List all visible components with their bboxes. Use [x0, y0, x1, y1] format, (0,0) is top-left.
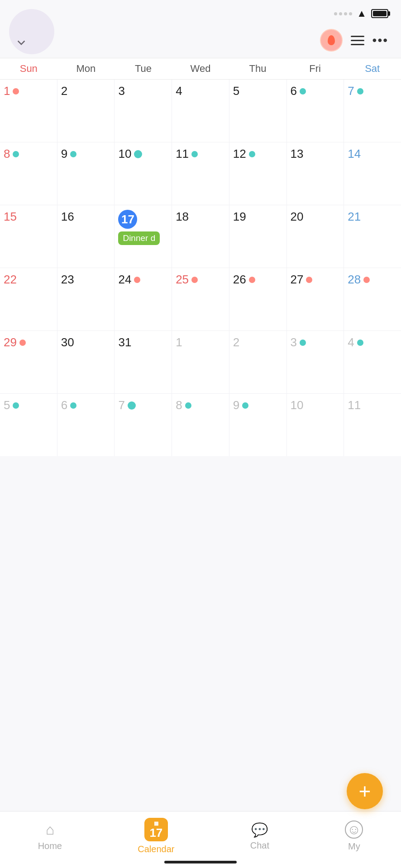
calendar-icon: ▦ 17: [144, 818, 168, 841]
event-dot: [134, 150, 142, 158]
day-number: 5: [4, 398, 53, 412]
day-number: 19: [233, 210, 283, 224]
event-label[interactable]: Dinner d: [118, 231, 160, 245]
plus-icon: +: [359, 781, 371, 802]
calendar-day-9[interactable]: 9: [57, 142, 115, 205]
battery-icon: [371, 9, 388, 18]
calendar-day-other-4[interactable]: 4: [344, 331, 401, 393]
calendar-day-6[interactable]: 6: [287, 80, 344, 142]
calendar-day-other-10[interactable]: 10: [287, 394, 344, 456]
signal-icon: [334, 12, 352, 15]
dow-saturday: Sat: [344, 58, 401, 79]
dow-monday: Mon: [57, 58, 115, 79]
calendar-day-16[interactable]: 16: [57, 205, 115, 268]
calendar-day-other-3[interactable]: 3: [287, 331, 344, 393]
event-dot: [70, 402, 76, 409]
day-number: 3: [118, 84, 168, 98]
day-number: 28: [348, 273, 397, 287]
event-dot: [242, 402, 248, 409]
day-number: 4: [348, 335, 397, 349]
day-of-week-header: Sun Mon Tue Wed Thu Fri Sat: [0, 58, 401, 80]
calendar-day-19[interactable]: 19: [229, 205, 286, 268]
calendar-day-other-2[interactable]: 2: [229, 331, 286, 393]
nav-chat[interactable]: 💬 Chat: [250, 822, 269, 851]
day-number: 6: [61, 398, 111, 412]
calendar-day-other-11[interactable]: 11: [344, 394, 401, 456]
event-dot: [70, 151, 76, 157]
event-dot: [306, 277, 312, 283]
calendar-day-24[interactable]: 24: [115, 268, 172, 330]
day-number: 22: [4, 273, 53, 287]
day-number: 25: [176, 273, 225, 287]
day-number: 4: [176, 84, 225, 98]
calendar-day-15[interactable]: 15: [0, 205, 57, 268]
calendar-day-4[interactable]: 4: [172, 80, 229, 142]
calendar-day-5[interactable]: 5: [229, 80, 286, 142]
calendar-day-other-5[interactable]: 5: [0, 394, 57, 456]
calendar-day-other-8[interactable]: 8: [172, 394, 229, 456]
calendar-day-29[interactable]: 29: [0, 331, 57, 393]
calendar-day-31[interactable]: 31: [115, 331, 172, 393]
day-number: 15: [4, 210, 53, 224]
calendar-day-7[interactable]: 7: [344, 80, 401, 142]
day-number: 12: [233, 147, 283, 161]
calendar-day-17[interactable]: 17Dinner d: [115, 205, 172, 268]
calendar-day-30[interactable]: 30: [57, 331, 115, 393]
period-avatar[interactable]: [320, 29, 343, 52]
calendar-day-other-1[interactable]: 1: [172, 331, 229, 393]
calendar-day-10[interactable]: 10: [115, 142, 172, 205]
event-dot: [249, 277, 255, 283]
calendar-day-21[interactable]: 21: [344, 205, 401, 268]
day-number: 13: [291, 147, 340, 161]
calendar-day-11[interactable]: 11: [172, 142, 229, 205]
calendar-day-28[interactable]: 28: [344, 268, 401, 330]
calendar-day-18[interactable]: 18: [172, 205, 229, 268]
day-number: 31: [118, 335, 168, 349]
day-number: 2: [233, 335, 283, 349]
calendar-day-26[interactable]: 26: [229, 268, 286, 330]
more-options-icon[interactable]: •••: [372, 33, 388, 47]
dow-thursday: Thu: [229, 58, 286, 79]
calendar-day-12[interactable]: 12: [229, 142, 286, 205]
event-dot: [357, 88, 363, 94]
calendar-day-other-6[interactable]: 6: [57, 394, 115, 456]
calendar-day-other-9[interactable]: 9: [229, 394, 286, 456]
status-bar: ▲: [0, 0, 401, 24]
nav-my[interactable]: ☺ My: [345, 821, 363, 852]
add-event-fab[interactable]: +: [347, 773, 383, 809]
calendar-day-1[interactable]: 1: [0, 80, 57, 142]
day-number: 30: [61, 335, 111, 349]
event-dot: [134, 277, 140, 283]
day-number: 24: [118, 273, 168, 287]
calendar-day-8[interactable]: 8: [0, 142, 57, 205]
chevron-down-icon[interactable]: ⌵: [17, 33, 25, 48]
my-icon: ☺: [345, 821, 363, 839]
day-number: 9: [61, 147, 111, 161]
day-number: 10: [118, 147, 168, 161]
nav-calendar[interactable]: ▦ 17 Calendar: [138, 818, 174, 854]
calendar-day-14[interactable]: 14: [344, 142, 401, 205]
day-number: 29: [4, 335, 53, 349]
chat-icon: 💬: [251, 822, 268, 838]
calendar-label: Calendar: [138, 844, 174, 854]
nav-home[interactable]: ⌂ Home: [38, 821, 62, 851]
calendar-day-27[interactable]: 27: [287, 268, 344, 330]
calendar-day-23[interactable]: 23: [57, 268, 115, 330]
calendar-grid: 1234567891011121314151617Dinner d1819202…: [0, 80, 401, 456]
day-number: 18: [176, 210, 225, 224]
event-dot: [13, 402, 19, 409]
calendar-day-13[interactable]: 13: [287, 142, 344, 205]
calendar-day-25[interactable]: 25: [172, 268, 229, 330]
event-dot: [249, 151, 255, 157]
calendar-badge-number: 17: [149, 827, 162, 839]
calendar-day-3[interactable]: 3: [115, 80, 172, 142]
event-dot: [357, 340, 363, 346]
calendar-day-22[interactable]: 22: [0, 268, 57, 330]
calendar-day-other-7[interactable]: 7: [115, 394, 172, 456]
calendar-day-2[interactable]: 2: [57, 80, 115, 142]
bottom-navigation: ⌂ Home ▦ 17 Calendar 💬 Chat ☺ My: [0, 811, 401, 868]
month-title[interactable]: ⌵: [13, 33, 313, 48]
event-dot: [363, 277, 370, 283]
calendar-day-20[interactable]: 20: [287, 205, 344, 268]
menu-icon[interactable]: [351, 36, 364, 45]
